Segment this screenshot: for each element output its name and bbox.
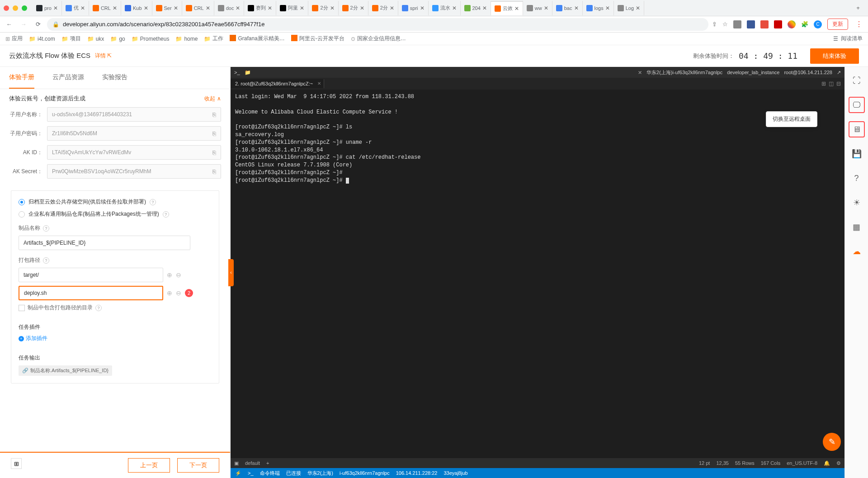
disconnect-icon[interactable]: ⤫ xyxy=(638,70,642,76)
collapse-handle[interactable]: ‹ xyxy=(228,259,234,286)
browser-tab[interactable]: CRL✕ xyxy=(89,1,121,15)
browser-tab[interactable]: 204✕ xyxy=(461,1,491,15)
artifact-name-input[interactable] xyxy=(19,236,190,250)
close-icon[interactable]: ✕ xyxy=(113,5,117,11)
close-icon[interactable]: ✕ xyxy=(206,5,210,11)
puzzle-icon[interactable]: 🧩 xyxy=(801,21,808,28)
close-icon[interactable]: ✕ xyxy=(636,5,640,11)
close-icon[interactable]: ✕ xyxy=(514,5,519,12)
tab-resources[interactable]: 云产品资源 xyxy=(52,67,84,89)
close-icon[interactable]: ✕ xyxy=(544,5,548,11)
collapse-button[interactable]: 收起 ∧ xyxy=(204,95,221,103)
detail-link[interactable]: 详情 ⇱ xyxy=(95,52,112,60)
bookmark-item[interactable]: ⊞应用 xyxy=(5,35,23,43)
prev-page-button[interactable]: 上一页 xyxy=(128,458,170,473)
path-input-2[interactable] xyxy=(19,286,163,300)
tab-report[interactable]: 实验报告 xyxy=(102,67,127,89)
bookmark-item[interactable]: 📁go xyxy=(110,35,125,43)
browser-tab[interactable]: Ser✕ xyxy=(152,1,182,15)
close-icon[interactable]: ✕ xyxy=(236,5,240,11)
help-icon[interactable]: ? xyxy=(163,211,169,218)
ext-2[interactable] xyxy=(747,20,755,28)
menu-button[interactable]: ⋮ xyxy=(854,20,864,28)
bookmark-item[interactable]: 📁项目 xyxy=(61,35,81,43)
browser-tab[interactable]: 阿里✕ xyxy=(276,1,308,15)
add-plugin-link[interactable]: + 添加插件 xyxy=(19,335,212,342)
browser-tab[interactable]: doc✕ xyxy=(214,1,245,15)
status-add[interactable]: + xyxy=(266,460,269,466)
fullscreen-button[interactable]: ⛶ xyxy=(849,72,865,89)
bookmark-item[interactable]: 📁Prometheus xyxy=(132,35,170,43)
terminal-content[interactable]: Last login: Wed Mar 9 14:17:05 2022 from… xyxy=(231,90,844,458)
bookmark-item[interactable]: 阿里云-云开发平台 xyxy=(291,35,344,43)
browser-tab[interactable]: Log✕ xyxy=(614,1,644,15)
end-experience-button[interactable]: 结束体验 xyxy=(810,48,859,64)
grid-view-button[interactable]: ⊞ xyxy=(11,458,22,469)
ext-4[interactable] xyxy=(774,20,782,28)
bookmark-item[interactable]: 📁工作 xyxy=(204,35,223,43)
split-v-icon[interactable]: ⊟ xyxy=(836,80,841,87)
help-icon[interactable]: ? xyxy=(150,199,156,205)
split-h-icon[interactable]: ◫ xyxy=(829,80,834,87)
browser-tab[interactable]: CRL✕ xyxy=(182,1,214,15)
copy-icon[interactable]: ⎘ xyxy=(212,111,216,118)
remove-icon[interactable]: ⊖ xyxy=(176,271,181,279)
browser-tab[interactable]: Kub✕ xyxy=(121,1,152,15)
browser-tab[interactable]: 2分✕ xyxy=(308,1,338,15)
output-artifact-chip[interactable]: 🔗 制品名称.Artifacts_${PIPELINE_ID} xyxy=(19,365,112,376)
reading-list[interactable]: ☰ 阅读清单 xyxy=(833,35,863,43)
settings-icon[interactable]: ⚙ xyxy=(836,460,841,466)
browser-tab[interactable]: spri✕ xyxy=(398,1,429,15)
ext-5[interactable] xyxy=(788,20,796,28)
browser-tab[interactable]: 2分✕ xyxy=(339,1,368,15)
edit-float-button[interactable]: ✎ xyxy=(823,433,841,451)
save-button[interactable]: 💾 xyxy=(849,146,865,162)
terminal-view-button[interactable]: 🖵 xyxy=(849,97,865,113)
qr-button[interactable]: ▦ xyxy=(849,219,865,235)
browser-tab[interactable]: 优✕ xyxy=(62,1,89,15)
browser-tab[interactable]: logs✕ xyxy=(583,1,614,15)
reload-button[interactable]: ⟳ xyxy=(33,19,43,30)
close-icon[interactable]: ✕ xyxy=(605,5,610,11)
remove-icon[interactable]: ⊖ xyxy=(176,289,181,297)
external-icon[interactable]: ↗ xyxy=(837,70,841,76)
star-icon[interactable]: ☆ xyxy=(722,21,728,28)
close-icon[interactable]: ✕ xyxy=(390,5,394,11)
help-icon[interactable]: ? xyxy=(43,257,49,264)
path-input-1[interactable] xyxy=(19,268,163,282)
cred-value[interactable]: Prw0QiwMzeBSV1oqAoWZCr5ruyRMhM⎘ xyxy=(47,164,221,179)
bookmark-item[interactable]: 📁home xyxy=(175,35,198,43)
close-icon[interactable]: ✕ xyxy=(300,5,304,11)
browser-tab[interactable]: 流水✕ xyxy=(429,1,461,15)
url-input[interactable]: 🔒 developer.aliyun.com/adc/scenario/exp/… xyxy=(47,18,708,31)
include-path-checkbox-row[interactable]: 制品中包含打包路径的目录 ? xyxy=(19,304,212,312)
terminal-tab[interactable]: 2. root@iZuf63q2kll6nrn7agnlpcZ:~ ✕ xyxy=(231,79,324,88)
browser-tab[interactable]: bac✕ xyxy=(552,1,583,15)
ext-3[interactable] xyxy=(760,20,769,28)
cred-value[interactable]: LTAI5tQvAmUkYcYw7vRWEdMv⎘ xyxy=(47,145,221,160)
copy-icon[interactable]: ⎘ xyxy=(212,168,216,175)
settings-button[interactable]: ☀ xyxy=(849,194,865,211)
status-tab[interactable]: default xyxy=(245,460,260,466)
close-icon[interactable]: ✕ xyxy=(330,5,335,11)
close-icon[interactable]: ✕ xyxy=(268,5,272,11)
minimize-window-btn[interactable] xyxy=(13,5,18,11)
bookmark-item[interactable]: 📁ukx xyxy=(87,35,104,43)
browser-tab[interactable]: pro✕ xyxy=(33,1,62,15)
update-button[interactable]: 更新 xyxy=(827,19,848,30)
split-add-icon[interactable]: ⊞ xyxy=(821,80,826,87)
close-icon[interactable]: ✕ xyxy=(452,5,457,11)
browser-tab[interactable]: 赛到✕ xyxy=(244,1,276,15)
close-icon[interactable]: ✕ xyxy=(574,5,579,11)
close-icon[interactable]: ✕ xyxy=(144,5,148,11)
profile-avatar[interactable]: C xyxy=(814,20,822,28)
share-icon[interactable]: ⇧ xyxy=(712,21,717,28)
cred-value[interactable]: u-ods5ivx4@1346971854403231⎘ xyxy=(47,107,221,122)
browser-tab[interactable]: ww✕ xyxy=(523,1,552,15)
browser-tab[interactable]: 2分✕ xyxy=(368,1,398,15)
forward-button[interactable]: → xyxy=(18,19,29,30)
bookmark-item[interactable]: ⊙国家企业信用信息… xyxy=(351,35,406,43)
ext-1[interactable] xyxy=(733,20,741,28)
add-icon[interactable]: ⊕ xyxy=(167,289,172,297)
close-icon[interactable]: ✕ xyxy=(360,5,364,11)
